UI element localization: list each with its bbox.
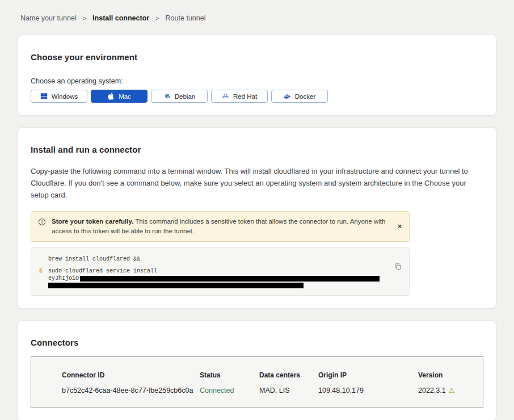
install-command-codeblock: brew install cloudflared && $ sudo cloud… [31, 247, 410, 296]
connector-row: b7c52c42-6caa-48ee-8c77-fbe259cb6c0aConn… [62, 387, 477, 394]
code-line-2: $ sudo cloudflared service install eyJhI… [39, 267, 386, 288]
os-button-group: WindowsMacDebianRed HatDocker [31, 90, 483, 103]
os-button-docker[interactable]: Docker [271, 90, 328, 103]
token-line: eyJhIjoiO [48, 275, 380, 282]
token-prefix: eyJhIjoiO [48, 275, 79, 282]
breadcrumb-item-route-tunnel[interactable]: Route tunnel [166, 14, 206, 22]
token-warning-banner: Store your token carefully. This command… [31, 211, 410, 242]
code-line-1-text: brew install cloudflared && [48, 255, 140, 263]
breadcrumb-separator: > [83, 15, 86, 22]
apple-icon [107, 93, 115, 100]
os-button-mac[interactable]: Mac [91, 90, 148, 103]
connectors-table: Connector IDStatusData centersOrigin IPV… [31, 356, 483, 408]
os-button-red-hat[interactable]: Red Hat [211, 90, 268, 103]
environment-card-title: Choose your environment [31, 52, 483, 62]
version-warning-icon: ⚠ [449, 387, 455, 394]
copy-command-button[interactable] [393, 262, 403, 271]
alert-circle-icon [38, 218, 46, 226]
connector-status: Connected [200, 387, 259, 394]
redhat-icon [222, 93, 229, 100]
debian-icon [163, 93, 171, 100]
tunnel-setup-page: Name your tunnel>Install connector>Route… [0, 0, 514, 420]
windows-icon [40, 93, 48, 100]
redacted-token-bar-2 [48, 283, 304, 288]
connector-version: 2022.3.1⚠ [418, 387, 477, 394]
breadcrumb-item-name-your-tunnel[interactable]: Name your tunnel [20, 14, 77, 22]
column-header-status: Status [200, 371, 259, 379]
install-connector-card: Install and run a connector Copy-paste t… [18, 127, 496, 309]
breadcrumb: Name your tunnel>Install connector>Route… [0, 0, 514, 35]
version-number: 2022.3.1 [418, 387, 446, 394]
os-select-label: Choose an operating system: [31, 77, 483, 85]
install-connector-title: Install and run a connector [31, 145, 483, 154]
breadcrumb-item-install-connector: Install connector [92, 14, 149, 22]
connectors-title: Connectors [31, 338, 483, 347]
banner-close-button[interactable]: × [395, 222, 404, 231]
column-header-origin-ip: Origin IP [318, 371, 418, 379]
shell-prompt: $ [39, 267, 48, 288]
connector-origin-ip: 109.48.10.179 [318, 387, 418, 394]
code-line-1: brew install cloudflared && [39, 255, 386, 263]
os-button-debian[interactable]: Debian [151, 90, 208, 103]
connectors-table-header: Connector IDStatusData centersOrigin IPV… [62, 371, 477, 379]
column-header-connector-id: Connector ID [62, 371, 200, 379]
token-warning-text: Store your token carefully. This command… [52, 217, 390, 236]
connector-data-centers: MAD, LIS [259, 387, 318, 394]
docker-icon [284, 93, 291, 100]
environment-card: Choose your environment Choose an operat… [18, 35, 496, 116]
os-button-label: Docker [295, 93, 315, 100]
os-button-label: Mac [119, 93, 131, 100]
connectors-card: Connectors Connector IDStatusData center… [18, 320, 496, 420]
os-button-windows[interactable]: Windows [31, 90, 87, 103]
column-header-data-centers: Data centers [259, 371, 318, 379]
connector-id: b7c52c42-6caa-48ee-8c77-fbe259cb6c0a [62, 387, 200, 394]
os-button-label: Windows [52, 93, 78, 100]
install-connector-description: Copy-paste the following command into a … [31, 165, 483, 201]
copy-icon [394, 263, 402, 270]
token-warning-bold: Store your token carefully. [52, 218, 133, 225]
os-button-label: Red Hat [233, 93, 257, 100]
os-button-label: Debian [175, 93, 195, 100]
column-header-version: Version [418, 371, 477, 379]
breadcrumb-separator: > [155, 15, 159, 22]
redacted-token-bar-1 [80, 276, 380, 282]
code-line-2-text: sudo cloudflared service install [48, 267, 380, 275]
